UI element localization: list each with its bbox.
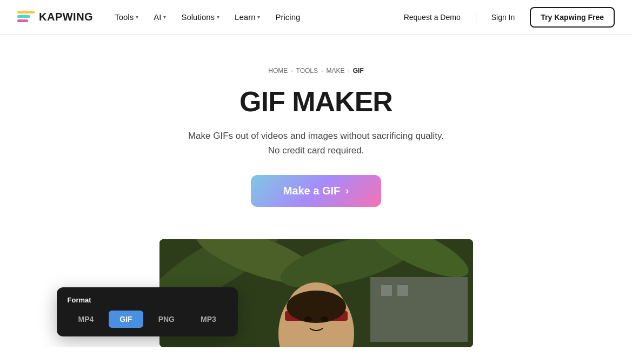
format-buttons: MP4 GIF PNG MP3 <box>68 311 227 328</box>
try-free-button[interactable]: Try Kapwing Free <box>530 7 615 28</box>
navbar: KAPWING Tools ▾ AI ▾ Solutions ▾ Learn ▾… <box>0 0 632 35</box>
logo[interactable]: KAPWING <box>17 11 93 24</box>
svg-rect-7 <box>397 285 408 296</box>
breadcrumb: HOME › TOOLS › MAKE › GIF <box>11 67 621 75</box>
breadcrumb-sep-1: › <box>291 68 292 74</box>
logo-bar-pink <box>17 19 28 22</box>
format-mp4[interactable]: MP4 <box>68 311 105 328</box>
format-mp3[interactable]: MP3 <box>190 311 227 328</box>
nav-solutions[interactable]: Solutions ▾ <box>175 8 226 26</box>
chevron-down-icon: ▾ <box>136 14 138 20</box>
make-gif-button[interactable]: Make a GIF › <box>251 175 382 207</box>
chevron-down-icon: ▾ <box>163 14 166 20</box>
logo-icon <box>17 11 35 24</box>
format-gif[interactable]: GIF <box>109 311 143 328</box>
page-title: GIF MAKER <box>11 85 621 118</box>
svg-point-11 <box>287 291 346 323</box>
sign-in-button[interactable]: Sign In <box>485 9 522 26</box>
chevron-down-icon: ▾ <box>217 14 219 20</box>
logo-text: KAPWING <box>39 11 93 23</box>
breadcrumb-current: GIF <box>353 67 364 75</box>
format-label: Format <box>68 296 227 304</box>
nav-divider <box>476 11 476 24</box>
svg-point-12 <box>304 316 312 322</box>
nav-pricing[interactable]: Pricing <box>269 8 307 26</box>
format-png[interactable]: PNG <box>148 311 185 328</box>
breadcrumb-home[interactable]: HOME <box>268 67 288 75</box>
nav-tools[interactable]: Tools ▾ <box>108 8 145 26</box>
svg-rect-6 <box>381 285 392 296</box>
breadcrumb-sep-2: › <box>321 68 323 74</box>
breadcrumb-make[interactable]: MAKE <box>326 67 344 75</box>
logo-bar-teal <box>17 15 30 18</box>
chevron-right-icon: › <box>345 185 349 197</box>
format-panel: Format MP4 GIF PNG MP3 <box>57 287 238 336</box>
svg-point-13 <box>321 316 328 322</box>
chevron-down-icon: ▾ <box>257 14 260 20</box>
nav-ai[interactable]: AI ▾ <box>147 8 172 26</box>
breadcrumb-tools[interactable]: TOOLS <box>296 67 318 75</box>
request-demo-button[interactable]: Request a Demo <box>397 9 467 26</box>
logo-bar-yellow <box>17 11 35 14</box>
nav-right: Request a Demo Sign In Try Kapwing Free <box>397 7 615 28</box>
nav-learn[interactable]: Learn ▾ <box>228 8 267 26</box>
preview-area: Format MP4 GIF PNG MP3 <box>57 228 576 347</box>
hero-subtitle: Make GIFs out of videos and images witho… <box>11 129 621 158</box>
nav-menu: Tools ▾ AI ▾ Solutions ▾ Learn ▾ Pricing <box>108 8 307 26</box>
breadcrumb-sep-3: › <box>348 68 349 74</box>
hero-section: HOME › TOOLS › MAKE › GIF GIF MAKER Make… <box>0 35 632 228</box>
